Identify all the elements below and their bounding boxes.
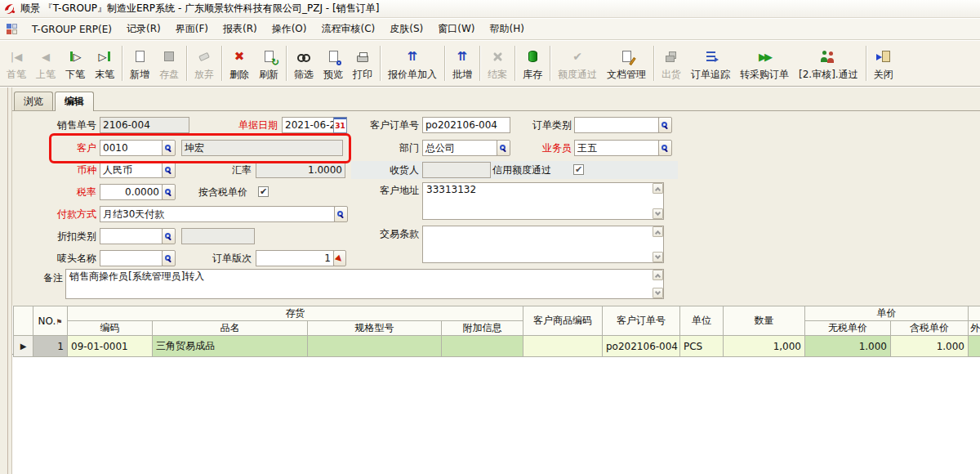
close-window-button[interactable]: 关闭 (869, 42, 898, 84)
dept-label: 部门 (345, 140, 419, 156)
document-manage-button[interactable]: 文档管理 (602, 42, 651, 84)
doc-date-field[interactable]: 2021-06-23 (282, 117, 334, 133)
cell-code[interactable]: 09-01-0001 (68, 336, 153, 357)
cell-price-no-tax[interactable]: 1.000 (805, 336, 891, 357)
cust-addr-textarea[interactable]: 33313132 (422, 182, 664, 220)
col-code-header[interactable]: 编码 (68, 321, 153, 336)
col-price-incl-tax-header[interactable]: 含税单价 (891, 321, 969, 336)
new-button[interactable]: 新增 (125, 42, 154, 84)
customer-code-field[interactable]: 0010 (100, 140, 163, 156)
scroll-down-button[interactable] (653, 252, 663, 262)
stock-cylinder-icon (523, 48, 541, 65)
payment-lookup-button[interactable] (334, 206, 348, 222)
menu-skin[interactable]: 皮肤(S) (382, 19, 430, 39)
col-unit-header[interactable]: 单位 (680, 306, 724, 336)
payment-field[interactable]: 月结30天付款 (100, 206, 335, 222)
order-type-lookup-button[interactable] (658, 117, 672, 133)
menu-workflow-audit[interactable]: 流程审核(C) (314, 19, 383, 39)
currency-lookup-button[interactable] (162, 162, 176, 178)
cell-spec[interactable] (308, 336, 442, 357)
scroll-down-button[interactable] (653, 288, 663, 298)
menu-report[interactable]: 报表(R) (216, 19, 265, 39)
tab-browse[interactable]: 浏览 (14, 92, 53, 110)
cell-price-incl-tax[interactable]: 1.000 (891, 336, 969, 357)
menu-record[interactable]: 记录(R) (119, 19, 168, 39)
discount-field[interactable] (100, 228, 163, 244)
trade-terms-textarea[interactable] (422, 226, 664, 263)
order-type-field[interactable] (574, 117, 659, 133)
menu-window[interactable]: 窗口(W) (430, 19, 482, 39)
delete-button[interactable]: ✖删除 (225, 42, 254, 84)
cell-extra[interactable] (442, 336, 523, 357)
grid-data-row[interactable]: ▶ 1 09-01-0001 三角贸易成品 po202106-004 PCS 1… (14, 336, 980, 357)
scroll-up-button[interactable] (653, 270, 663, 280)
salesman-lookup-button[interactable] (658, 140, 672, 156)
menu-help[interactable]: 帮助(H) (482, 19, 531, 39)
row-selector-header (14, 306, 33, 336)
currency-field[interactable]: 人民币 (100, 162, 163, 178)
salesman-label: 业务员 (498, 140, 572, 156)
order-version-button[interactable]: ▶ (333, 250, 346, 266)
tax-rate-field[interactable]: 0.0000 (100, 184, 163, 200)
discount-lookup-button[interactable] (162, 228, 176, 244)
last-record-button[interactable]: ▷末笔 (90, 42, 119, 84)
cell-cust-order-no[interactable]: po202106-004 (603, 336, 680, 357)
order-version-field[interactable]: 1 (256, 250, 334, 266)
col-cust-order-no-header[interactable]: 客户订单号 (603, 306, 680, 336)
tab-edit[interactable]: 编辑 (55, 92, 94, 111)
refresh-button[interactable]: ↻刷新 (254, 42, 283, 84)
menu-interface[interactable]: 界面(F) (168, 19, 216, 39)
customer-lookup-button[interactable] (162, 140, 176, 156)
print-button[interactable]: 打印 (348, 42, 377, 84)
cell-name[interactable]: 三角贸易成品 (153, 336, 308, 357)
col-cust-item-code-header[interactable]: 客户商品编码 (523, 306, 603, 336)
shipment-button[interactable]: 出货 (657, 42, 686, 84)
credit-check-checkbox[interactable]: ✔ (573, 164, 584, 175)
scroll-down-button[interactable] (653, 208, 663, 219)
discard-button[interactable]: 放弃 (189, 42, 219, 84)
remark-label: 备注 (22, 270, 63, 286)
menu-operation[interactable]: 操作(O) (265, 19, 314, 39)
batch-add-button[interactable]: ⇈批增 (448, 42, 477, 84)
close-case-button[interactable]: 结案 (483, 42, 512, 84)
col-extra-header[interactable]: 附加信息 (442, 321, 523, 336)
mark-name-lookup-button[interactable] (162, 250, 176, 266)
remark-textarea[interactable]: 销售商操作员[系统管理员]转入 (65, 269, 664, 299)
cell-cust-item-code[interactable] (523, 336, 603, 357)
order-track-button[interactable]: 订单追踪 (686, 42, 735, 84)
save-button[interactable]: 存盘 (154, 42, 184, 84)
cell-unit[interactable]: PCS (680, 336, 724, 357)
first-record-button[interactable]: |◀首笔 (2, 42, 31, 84)
prev-record-button[interactable]: ◀上笔 (31, 42, 60, 84)
next-record-button[interactable]: ▷下笔 (60, 42, 90, 84)
group-unit-price-header: 单价 (805, 306, 969, 321)
audit-pass-button[interactable]: [2.审核].通过 (794, 42, 863, 84)
trade-terms-label: 交易条款 (345, 226, 419, 242)
scroll-up-button[interactable] (653, 226, 663, 237)
filter-button[interactable]: 筛选 (289, 42, 318, 84)
tax-rate-lookup-button[interactable] (162, 184, 176, 200)
row-selector-cell[interactable]: ▶ (14, 336, 33, 357)
add-quotation-button[interactable]: ⇈报价单加入 (383, 42, 442, 84)
tax-incl-checkbox[interactable]: ✔ (258, 186, 269, 197)
credit-check-label: 信用额度通过 (492, 162, 568, 178)
col-price-no-tax-header[interactable]: 无税单价 (805, 321, 891, 336)
cust-po-field[interactable]: po202106-004 (422, 117, 510, 133)
menu-tgroup-erp[interactable]: T-GROUP ERP(E) (24, 20, 119, 38)
quotation-add-icon: ⇈ (403, 48, 421, 65)
dept-field[interactable]: 总公司 (422, 140, 497, 156)
stock-button[interactable]: 库存 (518, 42, 547, 84)
credit-pass-button[interactable]: ✔额度通过 (553, 42, 602, 84)
scroll-up-button[interactable] (653, 183, 663, 194)
magnifier-icon (165, 255, 171, 261)
col-name-header[interactable]: 品名 (153, 321, 308, 336)
convert-purchase-order-button[interactable]: ▶▶转采购订单 (735, 42, 794, 84)
col-no-header[interactable]: NO.⚑ (33, 306, 68, 336)
col-qty-header[interactable]: 数量 (724, 306, 805, 336)
preview-button[interactable]: 预览 (318, 42, 348, 84)
salesman-field[interactable]: 王五 (574, 140, 659, 156)
cell-qty[interactable]: 1,000 (724, 336, 805, 357)
col-spec-header[interactable]: 规格型号 (308, 321, 442, 336)
printer-icon (354, 48, 372, 65)
mark-name-field[interactable] (100, 250, 163, 266)
